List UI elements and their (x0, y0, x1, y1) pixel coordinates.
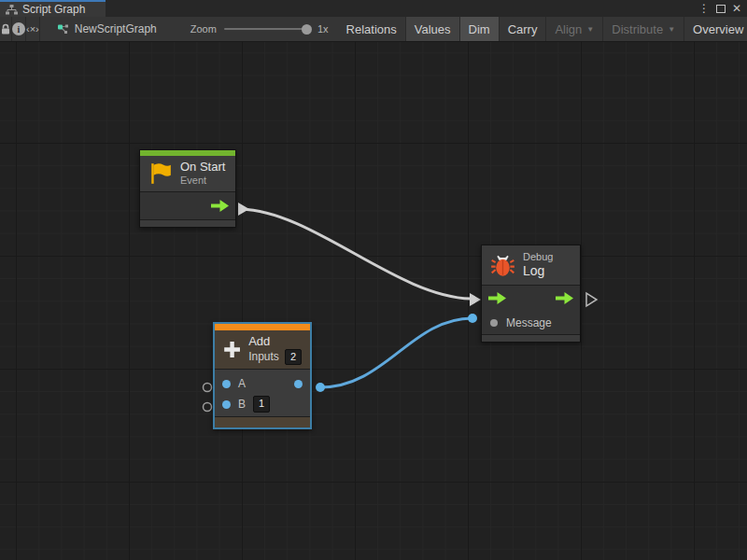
flow-output-port-icon[interactable] (556, 292, 573, 304)
chevron-down-icon: ▼ (668, 25, 675, 34)
input-b-port[interactable] (222, 400, 231, 409)
window-controls: ⋮ ✕ (698, 0, 747, 17)
node-title: Add (248, 334, 302, 349)
node-on-start[interactable]: On Start Event (139, 149, 236, 228)
flow-input-port-icon[interactable] (488, 292, 506, 304)
graph-tab-icon (6, 5, 18, 15)
sum-output-port[interactable] (294, 380, 303, 388)
tab-bar: Script Graph ⋮ ✕ (0, 0, 747, 17)
node-body: Message (482, 285, 580, 334)
message-port-row: Message (482, 311, 580, 334)
values-toggle[interactable]: Values (406, 17, 460, 41)
node-footer (140, 219, 235, 227)
info-button[interactable]: i (12, 17, 26, 41)
carry-toggle[interactable]: Carry (500, 17, 547, 41)
node-debug-log[interactable]: Debug Log Message (481, 245, 581, 343)
align-dropdown[interactable]: Align ▼ (546, 17, 603, 41)
script-graph-icon (57, 23, 69, 35)
value-wire-add-to-message[interactable] (320, 318, 472, 387)
port-row-b: B 1 (215, 394, 310, 414)
overview-button[interactable]: Overview (684, 17, 747, 41)
add-input-a-outer-ring[interactable] (204, 384, 212, 392)
port-row-a: A (215, 373, 310, 394)
node-kicker: Debug (523, 251, 553, 263)
graph-name-button[interactable]: NewScriptGraph (40, 17, 166, 41)
node-subtitle: Event (180, 175, 225, 188)
chevron-down-icon: ▼ (586, 25, 594, 34)
menu-icon[interactable]: ⋮ (698, 3, 710, 14)
graph-canvas[interactable]: On Start Event (0, 42, 747, 560)
node-title: On Start (180, 160, 225, 175)
node-header[interactable]: Debug Log (482, 245, 580, 285)
add-input-b-outer-ring[interactable] (204, 403, 212, 412)
inputs-count-field[interactable]: 2 (285, 349, 302, 365)
zoom-control: Zoom 1x (166, 17, 338, 41)
node-add[interactable]: Add Inputs 2 A B 1 (213, 322, 312, 429)
maximize-icon[interactable] (716, 5, 726, 13)
port-b-label: B (238, 398, 246, 411)
port-b-value-field[interactable]: 1 (253, 396, 270, 412)
plus-icon (223, 338, 241, 361)
zoom-label: Zoom (190, 23, 217, 35)
graph-name-label: NewScriptGraph (75, 22, 157, 35)
tab-title: Script Graph (22, 3, 85, 16)
message-port-label: Message (506, 316, 552, 329)
code-view-button[interactable]: ‹×› (26, 17, 40, 41)
node-header[interactable]: Add Inputs 2 (215, 330, 310, 369)
flow-wire-start-arrow-icon (238, 203, 249, 216)
lock-icon (0, 23, 11, 35)
node-body: A B 1 (215, 369, 310, 416)
message-input-port[interactable] (490, 319, 498, 327)
node-title: Log (523, 263, 553, 280)
node-footer (482, 334, 580, 342)
script-graph-window: Script Graph ⋮ ✕ i ‹×› (0, 0, 747, 560)
log-exit-port-triangle[interactable] (586, 293, 597, 306)
node-accent-bar (215, 324, 310, 330)
dim-toggle[interactable]: Dim (460, 17, 500, 41)
close-icon[interactable]: ✕ (732, 3, 741, 14)
value-wire-start-dot (316, 383, 325, 392)
zoom-value: 1x (317, 23, 329, 35)
node-port-row (140, 191, 235, 219)
distribute-dropdown[interactable]: Distribute ▼ (603, 17, 684, 41)
flow-output-port-icon[interactable] (211, 200, 229, 212)
port-a-label: A (238, 377, 246, 390)
code-view-icon: ‹×› (26, 23, 39, 35)
wire-layer (0, 42, 747, 560)
zoom-slider[interactable] (224, 28, 310, 30)
tab-script-graph[interactable]: Script Graph (0, 0, 106, 17)
flow-wire-onstart-to-log[interactable] (241, 209, 471, 299)
info-icon: i (12, 22, 25, 35)
value-wire-end-dot (468, 314, 477, 323)
relations-toggle[interactable]: Relations (338, 17, 406, 41)
graph-toolbar: i ‹×› NewScriptGraph Zoom 1x Relations V… (0, 17, 747, 42)
inputs-label: Inputs (248, 350, 279, 364)
flow-port-row (482, 286, 580, 311)
node-header[interactable]: On Start Event (140, 156, 235, 191)
input-a-port[interactable] (222, 380, 231, 388)
flag-icon (148, 161, 173, 186)
lock-button[interactable] (0, 17, 12, 41)
node-footer (215, 416, 310, 427)
zoom-slider-knob[interactable] (302, 24, 312, 35)
bug-icon (490, 253, 515, 278)
distribute-label: Distribute (612, 22, 663, 36)
flow-wire-end-arrow-icon (470, 293, 481, 306)
align-label: Align (555, 22, 582, 36)
